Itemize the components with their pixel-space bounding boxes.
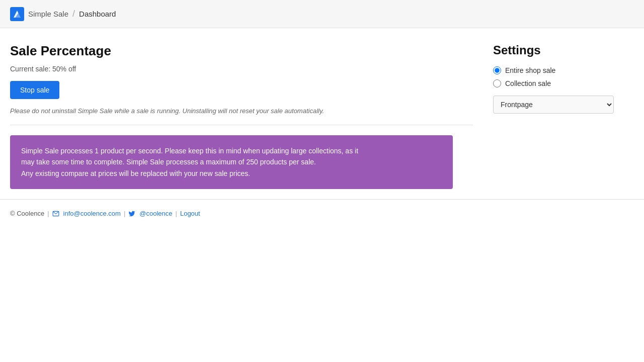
entire-shop-option[interactable]: Entire shop sale [493, 66, 634, 74]
footer-sep-3: | [176, 210, 177, 217]
collection-sale-radio[interactable] [493, 79, 501, 87]
current-sale-text: Current sale: 50% off [10, 65, 473, 73]
settings-sidebar: Settings Entire shop sale Collection sal… [493, 43, 634, 189]
collection-sale-label: Collection sale [505, 79, 551, 87]
collection-sale-option[interactable]: Collection sale [493, 79, 634, 87]
logout-link[interactable]: Logout [180, 210, 200, 217]
twitter-link[interactable]: @coolence [139, 210, 172, 217]
main-layout: Sale Percentage Current sale: 50% off St… [0, 28, 644, 199]
entire-shop-radio[interactable] [493, 66, 501, 74]
footer-sep-1: | [47, 210, 49, 217]
email-icon [52, 210, 59, 217]
info-line1: Simple Sale processes 1 product per seco… [21, 147, 358, 155]
settings-title: Settings [493, 43, 634, 57]
entire-shop-label: Entire shop sale [505, 66, 555, 74]
footer-sep-2: | [124, 210, 125, 217]
sale-section-title: Sale Percentage [10, 43, 473, 59]
collection-dropdown[interactable]: Frontpage All products Sale items [493, 96, 614, 114]
warning-text: Please do not uninstall Simple Sale whil… [10, 107, 473, 115]
info-box: Simple Sale processes 1 product per seco… [10, 135, 453, 189]
info-line3: Any existing compare at prices will be r… [21, 169, 250, 177]
twitter-icon [128, 210, 135, 217]
main-content: Sale Percentage Current sale: 50% off St… [10, 43, 493, 189]
app-name: Simple Sale [28, 10, 68, 18]
copyright-text: © Coolence [10, 210, 44, 217]
app-logo: Simple Sale [10, 7, 68, 21]
app-header: Simple Sale / Dashboard [0, 0, 644, 28]
divider-1 [10, 125, 473, 125]
info-line2: may take some time to complete. Simple S… [21, 158, 316, 166]
page-title: Dashboard [79, 10, 116, 18]
footer: © Coolence | info@coolence.com | @coolen… [0, 200, 644, 227]
logo-icon [10, 7, 24, 21]
header-separator: / [72, 9, 75, 19]
email-link[interactable]: info@coolence.com [63, 210, 121, 217]
stop-sale-button[interactable]: Stop sale [10, 81, 59, 99]
